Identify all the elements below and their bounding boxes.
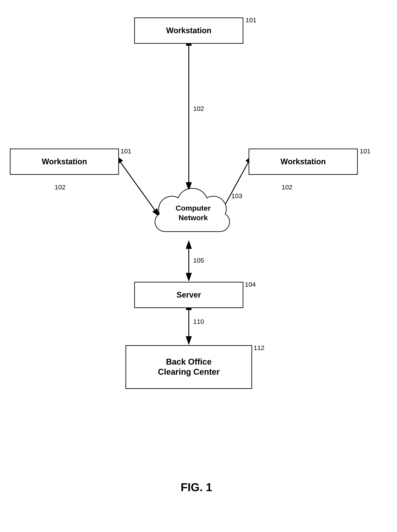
workstation-right-label: Workstation bbox=[280, 157, 326, 166]
figure-label: FIG. 1 bbox=[142, 481, 251, 494]
back-office-label: Back OfficeClearing Center bbox=[158, 357, 220, 377]
workstation-top-box: Workstation bbox=[134, 18, 243, 44]
arrow-label-server-backoffice: 110 bbox=[193, 318, 204, 325]
server-ref: 104 bbox=[245, 281, 256, 288]
back-office-ref: 112 bbox=[254, 344, 265, 352]
diagram: Workstation 101 Workstation 101 Workstat… bbox=[0, 0, 397, 532]
back-office-box: Back OfficeClearing Center bbox=[125, 345, 252, 389]
arrow-label-network-server: 105 bbox=[193, 257, 204, 264]
workstation-top-label: Workstation bbox=[166, 26, 211, 35]
workstation-right-ref: 101 bbox=[360, 147, 371, 155]
arrow-left-network bbox=[120, 162, 159, 216]
workstation-right-box: Workstation bbox=[248, 149, 358, 175]
workstation-left-label: Workstation bbox=[42, 157, 87, 166]
arrow-label-top: 102 bbox=[193, 105, 204, 112]
arrow-label-left: 102 bbox=[55, 184, 65, 191]
computer-network-label: ComputerNetwork bbox=[166, 203, 220, 222]
workstation-left-ref: 101 bbox=[120, 147, 131, 155]
arrow-label-right: 102 bbox=[282, 184, 292, 191]
workstation-left-box: Workstation bbox=[10, 149, 119, 175]
server-label: Server bbox=[177, 290, 201, 299]
arrow-right-network bbox=[219, 162, 248, 215]
server-box: Server bbox=[134, 282, 243, 308]
workstation-top-ref: 101 bbox=[246, 16, 256, 24]
computer-network-ref: 103 bbox=[231, 192, 242, 200]
diagram-svg bbox=[0, 0, 397, 532]
